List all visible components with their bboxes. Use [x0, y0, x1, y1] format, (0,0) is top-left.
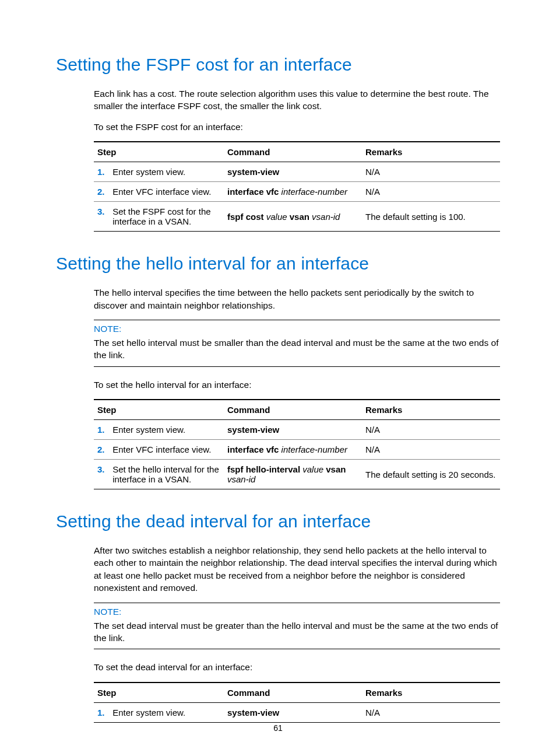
- step-cell: 3. Set the hello interval for the interf…: [94, 460, 224, 489]
- section-body: After two switches establish a neighbor …: [56, 544, 500, 723]
- note-box: NOTE: The set dead interval must be grea…: [94, 603, 500, 650]
- step-number: 1.: [97, 167, 110, 177]
- col-command-header: Command: [224, 142, 362, 162]
- cmd-part: system-view: [227, 167, 279, 177]
- cmd-part: vsan: [326, 464, 346, 474]
- paragraph: To set the hello interval for an interfa…: [94, 379, 500, 391]
- cmd-part: system-view: [227, 708, 279, 718]
- remarks-cell: The default setting is 20 seconds.: [362, 460, 500, 489]
- step-number: 1.: [97, 708, 110, 718]
- step-text: Enter system view.: [112, 708, 219, 718]
- command-cell: system-view: [224, 162, 362, 182]
- step-cell: 1. Enter system view.: [94, 162, 224, 182]
- cmd-part: fspf hello-interval: [227, 464, 302, 474]
- table-row: 2. Enter VFC interface view. interface v…: [94, 182, 500, 202]
- cmd-part: interface-number: [281, 187, 347, 197]
- col-step-header: Step: [94, 682, 224, 703]
- table-header-row: Step Command Remarks: [94, 142, 500, 162]
- paragraph: After two switches establish a neighbor …: [94, 544, 500, 594]
- cmd-part: interface vfc: [227, 187, 281, 197]
- paragraph: Each link has a cost. The route selectio…: [94, 88, 500, 113]
- step-text: Enter VFC interface view.: [112, 187, 219, 197]
- command-cell: system-view: [224, 420, 362, 440]
- remarks-cell: N/A: [362, 420, 500, 440]
- table-row: 3. Set the FSPF cost for the interface i…: [94, 202, 500, 232]
- step-text: Set the FSPF cost for the interface in a…: [112, 206, 219, 226]
- step-number: 1.: [97, 425, 110, 435]
- step-text: Set the hello interval for the interface…: [112, 464, 219, 484]
- step-cell: 1. Enter system view.: [94, 420, 224, 440]
- note-label: NOTE:: [94, 607, 500, 617]
- command-table: Step Command Remarks 1. Enter system vie…: [94, 141, 500, 232]
- section-body: The hello interval specifies the time be…: [56, 286, 500, 489]
- table-row: 1. Enter system view. system-view N/A: [94, 162, 500, 182]
- col-remarks-header: Remarks: [362, 400, 500, 420]
- cmd-part: interface-number: [281, 444, 347, 454]
- cmd-part: vsan-id: [312, 212, 340, 222]
- remarks-cell: N/A: [362, 162, 500, 182]
- step-cell: 3. Set the FSPF cost for the interface i…: [94, 202, 224, 232]
- cmd-part: value: [266, 212, 290, 222]
- step-text: Enter VFC interface view.: [112, 444, 219, 454]
- step-number: 3.: [97, 206, 110, 216]
- paragraph: To set the FSPF cost for an interface:: [94, 121, 500, 133]
- cmd-part: vsan: [290, 212, 312, 222]
- command-cell: system-view: [224, 702, 362, 722]
- cmd-part: interface vfc: [227, 444, 281, 454]
- note-box: NOTE: The set hello interval must be sma…: [94, 320, 500, 367]
- step-cell: 1. Enter system view.: [94, 702, 224, 722]
- col-remarks-header: Remarks: [362, 682, 500, 703]
- command-cell: interface vfc interface-number: [224, 440, 362, 460]
- table-row: 3. Set the hello interval for the interf…: [94, 460, 500, 489]
- cmd-part: system-view: [227, 425, 279, 435]
- col-remarks-header: Remarks: [362, 142, 500, 162]
- step-cell: 2. Enter VFC interface view.: [94, 440, 224, 460]
- page: Setting the FSPF cost for an interface E…: [0, 0, 556, 756]
- section-heading: Setting the FSPF cost for an interface: [56, 55, 500, 75]
- table-row: 2. Enter VFC interface view. interface v…: [94, 440, 500, 460]
- remarks-cell: N/A: [362, 440, 500, 460]
- step-text: Enter system view.: [112, 167, 219, 177]
- note-text: The set hello interval must be smaller t…: [94, 337, 500, 362]
- col-step-header: Step: [94, 142, 224, 162]
- col-command-header: Command: [224, 682, 362, 703]
- remarks-cell: N/A: [362, 702, 500, 722]
- command-cell: fspf hello-interval value vsan vsan-id: [224, 460, 362, 489]
- note-text: The set dead interval must be greater th…: [94, 620, 500, 645]
- section-heading: Setting the dead interval for an interfa…: [56, 512, 500, 531]
- command-cell: fspf cost value vsan vsan-id: [224, 202, 362, 232]
- table-header-row: Step Command Remarks: [94, 400, 500, 420]
- table-row: 1. Enter system view. system-view N/A: [94, 420, 500, 440]
- paragraph: The hello interval specifies the time be…: [94, 286, 500, 312]
- command-cell: interface vfc interface-number: [224, 182, 362, 202]
- command-table: Step Command Remarks 1. Enter system vie…: [94, 399, 500, 489]
- col-command-header: Command: [224, 400, 362, 420]
- section-heading: Setting the hello interval for an interf…: [56, 254, 500, 274]
- section-body: Each link has a cost. The route selectio…: [56, 88, 500, 232]
- col-step-header: Step: [94, 400, 224, 420]
- table-header-row: Step Command Remarks: [94, 682, 500, 703]
- page-number: 61: [0, 723, 556, 733]
- note-label: NOTE:: [94, 324, 500, 334]
- paragraph: To set the dead interval for an interfac…: [94, 661, 500, 673]
- cmd-part: value: [302, 464, 326, 474]
- cmd-part: vsan-id: [227, 474, 255, 484]
- cmd-part: fspf cost: [227, 212, 266, 222]
- command-table: Step Command Remarks 1. Enter system vie…: [94, 682, 500, 723]
- remarks-cell: The default setting is 100.: [362, 202, 500, 232]
- step-number: 2.: [97, 444, 110, 454]
- step-text: Enter system view.: [112, 425, 219, 435]
- remarks-cell: N/A: [362, 182, 500, 202]
- table-row: 1. Enter system view. system-view N/A: [94, 702, 500, 722]
- step-number: 3.: [97, 464, 110, 474]
- step-cell: 2. Enter VFC interface view.: [94, 182, 224, 202]
- step-number: 2.: [97, 187, 110, 197]
